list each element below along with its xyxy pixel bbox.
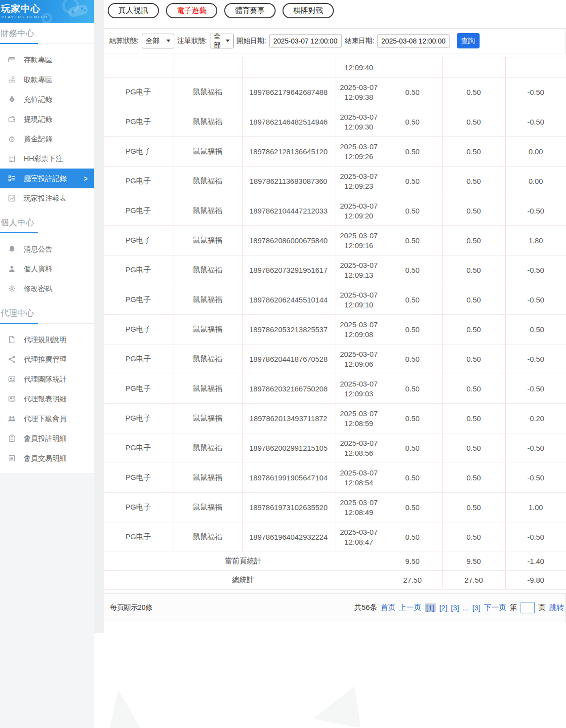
chevron-down-icon [166, 40, 170, 42]
cell-valid: 0.50 [442, 344, 505, 374]
cell-order-id: 1897862062445510144 [242, 285, 335, 315]
cell-game: 鼠鼠福福 [173, 374, 242, 404]
cell-order-id [242, 57, 335, 78]
tab-category[interactable]: 體育賽事 [224, 3, 276, 18]
table-row-partial: 12:09:40 [104, 57, 566, 78]
table-row: PG电子鼠鼠福福18978621281366451202025-03-0712:… [104, 137, 566, 167]
jump-label-pre: 第 [510, 603, 517, 612]
cell-time: 2025-03-0712:08:54 [335, 463, 383, 493]
cell-bet: 0.50 [383, 522, 442, 552]
sidebar-item-purse[interactable]: 資金記錄 [0, 129, 94, 149]
summary-valid: 9.50 [442, 552, 505, 571]
settle-status-label: 結算狀態: [109, 37, 139, 45]
order-status-select[interactable]: 全部 [210, 34, 234, 48]
cell-time: 2025-03-0712:08:47 [335, 522, 383, 552]
jump-page-input[interactable] [521, 602, 535, 613]
cell-platform: PG电子 [104, 78, 173, 107]
start-date-input[interactable] [269, 34, 342, 48]
page-link[interactable]: [2] [439, 603, 447, 612]
clipboard-icon [8, 434, 16, 442]
cell-valid: 0.50 [442, 226, 505, 256]
cell-winloss: -0.50 [505, 78, 566, 107]
brand-title: 玩家中心 [1, 2, 40, 15]
pager: 共56条首页上一页[1][2][3]...[3]下一页第页跳转 [354, 602, 564, 613]
current-page[interactable]: [1] [425, 603, 436, 612]
cell-order-id: 1897862002991215105 [242, 433, 335, 463]
cell-game: 鼠鼠福福 [173, 433, 242, 463]
summary-bet: 9.50 [383, 552, 442, 571]
sidebar-item-wallet[interactable]: 提現記錄 [0, 109, 94, 129]
sidebar-item-label: 充值記錄 [24, 95, 52, 104]
cell-winloss: -0.50 [505, 315, 566, 344]
tab-active[interactable]: 電子遊藝 [166, 3, 217, 18]
document-lines-icon [8, 155, 16, 163]
brand-header: 玩家中心 PLAYERS CENTER [0, 0, 94, 23]
sidebar-item-bank-card[interactable]: 存款專區 [0, 50, 94, 70]
cell-order-id: 1897861973102635520 [242, 493, 335, 522]
sidebar-item-document-lines[interactable]: HH彩票下注 [0, 149, 94, 169]
cell-game: 鼠鼠福福 [173, 196, 242, 226]
newspaper-icon [8, 395, 16, 403]
sidebar-item-label: 代理報表明細 [24, 394, 67, 404]
summary-valid: 27.50 [442, 571, 505, 590]
cell-game: 鼠鼠福福 [173, 285, 242, 315]
cell-platform: PG电子 [104, 344, 173, 374]
page-link[interactable]: ... [463, 603, 469, 612]
cell-time: 2025-03-0712:09:30 [335, 107, 383, 137]
table-row: PG电子鼠鼠福福18978620624455101442025-03-0712:… [104, 285, 566, 315]
sidebar-item-label: 代理推廣管理 [24, 355, 67, 364]
tab-category[interactable]: 棋牌對戰 [283, 3, 334, 18]
sidebar-item-user[interactable]: 個人資料 [0, 259, 94, 279]
sidebar-item-file[interactable]: 代理規則說明 [0, 330, 94, 349]
cell-bet: 0.50 [383, 493, 442, 522]
jump-link[interactable]: 跳转 [549, 603, 564, 612]
end-date-label: 結束日期: [345, 37, 374, 45]
cell-winloss: -0.50 [505, 522, 566, 552]
cell-winloss: -0.50 [505, 374, 566, 404]
cell-valid: 0.50 [442, 404, 505, 433]
cell-valid: 0.50 [442, 493, 505, 522]
cell-game: 鼠鼠福福 [173, 315, 242, 344]
wallet-icon [8, 115, 16, 123]
sidebar-item-hand-coin[interactable]: 取款專區 [0, 70, 94, 89]
sidebar-item-newspaper[interactable]: 代理團隊統計 [0, 369, 94, 389]
page-link[interactable]: [3] [451, 603, 459, 612]
table-row: PG电子鼠鼠福福18978621796426874882025-03-0712:… [104, 78, 566, 107]
sidebar-item-bell[interactable]: 消息公告 [0, 239, 94, 259]
settle-status-select[interactable]: 全部 [142, 34, 174, 48]
sidebar-item-label: 提現記錄 [24, 115, 52, 124]
page-link[interactable]: [3] [472, 603, 481, 612]
next-page-link[interactable]: 下一页 [484, 603, 506, 612]
sidebar-item-money-bag[interactable]: 充值記錄 [0, 89, 94, 109]
table-row: PG电子鼠鼠福福18978621136830873602025-03-0712:… [104, 167, 566, 196]
cell-game: 鼠鼠福福 [173, 344, 242, 374]
sidebar-item-clipboard[interactable]: 會員投註明細 [0, 428, 94, 448]
sidebar-item-chart-report[interactable]: 玩家投注報表 [0, 188, 94, 208]
sidebar-item-list-check[interactable]: 廳室投註記錄> [0, 169, 94, 188]
category-tabs: 真人視訊電子遊藝體育賽事棋牌對戰 [104, 0, 566, 19]
table-row: PG电子鼠鼠福福18978619640429322242025-03-0712:… [104, 522, 566, 552]
cell-order-id: 1897862044187670528 [242, 344, 335, 374]
cell-game: 鼠鼠福福 [173, 137, 242, 167]
search-button[interactable]: 查詢 [457, 33, 480, 48]
first-page-link[interactable]: 首页 [381, 603, 396, 612]
sidebar-item-users[interactable]: 代理下級會員 [0, 409, 94, 428]
sidebar-item-newspaper[interactable]: 代理報表明細 [0, 389, 94, 409]
share-icon [8, 355, 16, 363]
cell-time: 12:09:40 [335, 57, 383, 78]
cell-bet: 0.50 [383, 433, 442, 463]
sidebar-item-gear[interactable]: 修改密碼 [0, 279, 94, 299]
cell-winloss: 0.00 [505, 137, 566, 167]
table-row: PG电子鼠鼠福福18978621464825149462025-03-0712:… [104, 107, 566, 137]
cell-bet: 0.50 [383, 344, 442, 374]
cell-time: 2025-03-0712:09:03 [335, 374, 383, 404]
end-date-input[interactable] [377, 34, 450, 48]
cell-platform: PG电子 [104, 522, 173, 552]
bet-records-table: 12:09:40PG电子鼠鼠福福18978621796426874882025-… [104, 57, 566, 590]
cell-time: 2025-03-0712:09:06 [335, 344, 383, 374]
tab-category[interactable]: 真人視訊 [108, 3, 159, 18]
prev-page-link[interactable]: 上一页 [399, 603, 421, 612]
sidebar-item-share[interactable]: 代理推廣管理 [0, 349, 94, 369]
sidebar-item-list-box[interactable]: 會員交易明細 [0, 448, 94, 468]
cell-valid: 0.50 [442, 315, 505, 344]
